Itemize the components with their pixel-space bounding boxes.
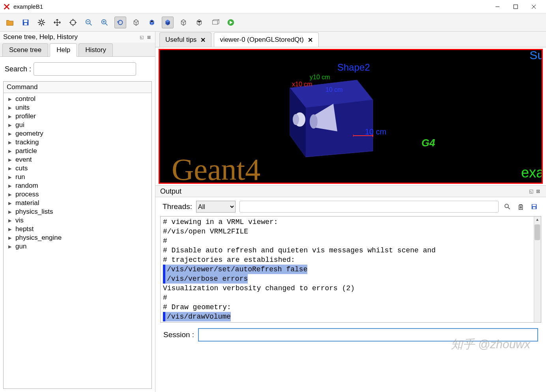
session-input[interactable] [198,328,538,342]
output-search-input[interactable] [239,201,499,213]
svg-line-8 [90,23,92,25]
caret-icon: ▶ [8,97,11,102]
search-input[interactable] [34,62,136,76]
search-icon[interactable] [503,202,512,211]
svg-point-15 [310,114,318,129]
tree-item[interactable]: ▶tracking [4,138,151,147]
caret-icon: ▶ [8,227,11,232]
window-title: exampleB1 [13,3,488,10]
shape2-label: Shape2 [337,62,370,73]
dock-float-icon[interactable]: ◱ [138,34,145,40]
caret-icon: ▶ [8,114,11,119]
zoom-out-button[interactable] [83,17,95,28]
caret-icon: ▶ [8,235,11,241]
save-output-icon[interactable] [529,202,539,211]
svg-rect-1 [514,5,518,9]
output-line: # [163,293,539,302]
tree-item[interactable]: ▶process [4,190,151,199]
zoom-in-button[interactable] [99,17,110,28]
tab-useful-tips[interactable]: Useful tips ✕ [159,32,211,47]
left-tabs: Scene tree Help History [0,43,155,57]
output-line: # Disable auto refresh and quieten vis m… [163,246,539,255]
viewer-3d[interactable]: Shape2 y10 cm x10 cm 10 cm 10 cm G4 Gean… [159,49,543,184]
tree-item[interactable]: ▶profiler [4,112,151,121]
scroll-up-icon[interactable]: ▲ [534,217,541,224]
tree-item[interactable]: ▶event [4,155,151,164]
svg-point-21 [505,204,509,208]
perspective-button[interactable] [209,17,221,28]
dock-close-icon[interactable]: ⊠ [535,188,541,194]
tab-viewer-0[interactable]: viewer-0 (OpenGLStoredQt) ✕ [214,32,319,47]
output-text[interactable]: ▲ # viewing in a VRML viewer:#/vis/open … [160,216,541,323]
maximize-button[interactable] [507,1,525,13]
app-icon [3,3,10,10]
close-icon[interactable]: ✕ [308,36,313,44]
threads-select[interactable]: All [196,201,236,213]
caret-icon: ▶ [8,131,11,136]
tree-item[interactable]: ▶units [4,103,151,112]
tree-item[interactable]: ▶physics_engine [4,233,151,242]
svg-line-11 [105,23,108,25]
tab-help[interactable]: Help [50,43,77,57]
hidden-line-button[interactable] [178,17,189,28]
wireframe-button[interactable] [130,17,142,28]
svg-rect-4 [24,22,27,24]
settings-button[interactable] [36,17,47,28]
dock-close-icon[interactable]: ⊠ [146,34,152,40]
caret-icon: ▶ [8,209,11,215]
hidden-line-removal-button[interactable] [193,17,205,28]
caret-icon: ▶ [8,157,11,162]
svg-rect-24 [533,205,536,207]
tree-item[interactable]: ▶particle [4,147,151,155]
geant4-brand: Geant4 [172,152,260,184]
clear-icon[interactable] [516,202,525,211]
solid-shaded-button[interactable] [162,17,174,28]
svg-point-17 [293,114,299,125]
solid-front-button[interactable] [146,17,158,28]
caret-icon: ▶ [8,201,11,206]
tree-item[interactable]: ▶material [4,199,151,207]
close-button[interactable] [525,1,543,13]
tab-history[interactable]: History [79,43,113,56]
close-icon[interactable]: ✕ [200,36,206,44]
target-button[interactable] [67,17,79,28]
minimize-button[interactable] [488,1,507,13]
caret-icon: ▶ [8,183,11,189]
run-button[interactable] [225,17,237,28]
command-tree[interactable]: Command ▶control▶units▶profiler▶gui▶geom… [3,81,152,389]
svg-point-5 [40,21,43,24]
tree-item[interactable]: ▶heptst [4,225,151,233]
save-button[interactable] [20,17,32,28]
caret-icon: ▶ [8,123,11,128]
svg-point-6 [71,20,76,25]
caret-icon: ▶ [8,192,11,197]
output-line: #/vis/open VRML2FILE [163,227,539,236]
caret-icon: ▶ [8,175,11,180]
tree-item[interactable]: ▶vis [4,216,151,225]
tree-item[interactable]: ▶gui [4,121,151,129]
open-file-button[interactable] [4,17,16,28]
session-row: Session : [155,323,546,347]
output-line: /vis/drawVolume [163,312,539,321]
rotate-button[interactable] [114,17,126,28]
left-dock-header: Scene tree, Help, History ◱ ⊠ [0,32,155,43]
tree-item[interactable]: ▶cuts [4,164,151,173]
threads-label: Threads: [163,202,192,211]
svg-rect-25 [533,207,535,209]
caret-icon: ▶ [8,149,11,154]
caret-icon: ▶ [8,166,11,171]
tab-scene-tree[interactable]: Scene tree [2,43,48,56]
left-panel: Scene tree, Help, History ◱ ⊠ Scene tree… [0,32,155,392]
caret-icon: ▶ [8,140,11,145]
scroll-thumb[interactable] [535,224,540,240]
tree-item[interactable]: ▶control [4,95,151,103]
tree-item[interactable]: ▶gun [4,242,151,251]
tree-item[interactable]: ▶geometry [4,129,151,138]
tree-item[interactable]: ▶random [4,181,151,190]
move-button[interactable] [51,17,63,28]
dock-float-icon[interactable]: ◱ [528,188,534,194]
tree-item[interactable]: ▶run [4,173,151,181]
output-toolbar: Threads: All [155,197,546,216]
tree-item[interactable]: ▶physics_lists [4,207,151,216]
output-line: # [163,236,539,246]
